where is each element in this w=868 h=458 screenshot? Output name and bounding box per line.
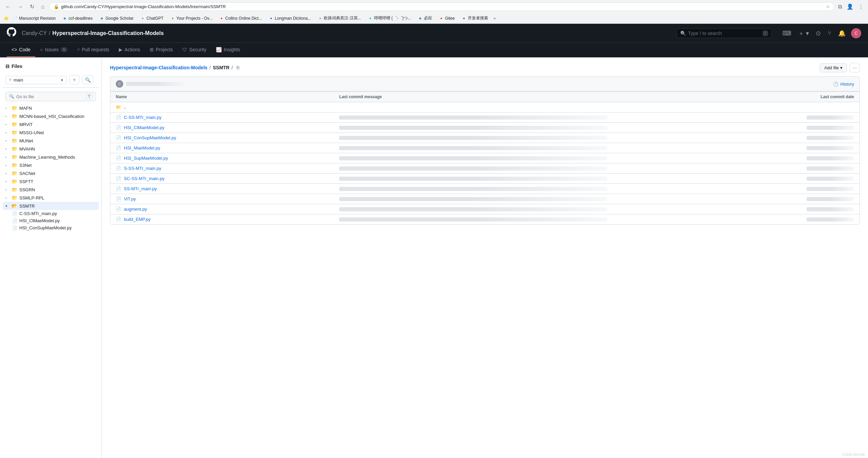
tree-item-ssmtr[interactable]: ▾ 📂 SSMTR: [3, 202, 99, 210]
file-name-text: HSI_ClMaeModel.py: [124, 125, 164, 130]
more-options-icon[interactable]: ⋮: [857, 2, 865, 11]
back-button[interactable]: ←: [3, 2, 13, 11]
breadcrumb-owner[interactable]: Candy-CY: [22, 30, 47, 36]
tree-file-css-mtr[interactable]: 📄 C-SS-MTr_main.py: [10, 210, 99, 217]
github-logo[interactable]: [7, 27, 16, 39]
table-row-parent[interactable]: 📁 ..: [110, 102, 860, 112]
tree-item-ml[interactable]: › 📁 Machine_Learning_Methods: [3, 153, 99, 161]
table-row-sss-mtr[interactable]: 📄 S-SS-MTr_main.py: [110, 163, 860, 174]
file-name-cell[interactable]: 📄 SC-SS-MTr_main.py: [116, 176, 339, 181]
commit-date-cell: [786, 177, 854, 181]
github-search[interactable]: 🔍 /: [677, 29, 772, 38]
bookmark-scholar[interactable]: ◆ Google Scholar: [97, 15, 136, 22]
file-name-cell[interactable]: 📄 HSI_SupMaeModel.py: [116, 156, 339, 161]
pr-icon[interactable]: ⑂: [826, 28, 833, 38]
browser-toolbar: ← → ↻ ⌂ 🔒 ☆ ⧉ 👤 ⋮: [0, 0, 868, 13]
history-button[interactable]: 🕐 History: [833, 82, 854, 87]
bookmark-gitee[interactable]: ● Gitee: [436, 15, 458, 22]
file-name-cell[interactable]: 📁 ..: [116, 105, 339, 110]
table-row-sc-ss-mtr[interactable]: 📄 SC-SS-MTr_main.py: [110, 174, 860, 184]
table-row-augment[interactable]: 📄 augment.py: [110, 204, 860, 214]
tree-item-munet[interactable]: › 📁 MUNet: [3, 137, 99, 145]
bookmark-bing[interactable]: ◆ 必应: [415, 14, 435, 22]
address-bar[interactable]: 🔒 ☆: [49, 2, 834, 11]
reload-button[interactable]: ↻: [28, 2, 36, 11]
bookmark-devsearch[interactable]: ● 开发者搜索: [459, 14, 491, 22]
file-name-cell[interactable]: 📄 HSI_MaeModel.py: [116, 145, 339, 151]
table-row-hsi-supmae[interactable]: 📄 HSI_SupMaeModel.py: [110, 153, 860, 163]
table-row-build-emp[interactable]: 📄 build_EMP.py: [110, 214, 860, 224]
go-to-file-container[interactable]: 🔍 T: [5, 92, 96, 101]
chevron-right-icon: ›: [5, 114, 10, 118]
nav-pullrequests[interactable]: ⑂ Pull requests: [72, 43, 114, 57]
tree-item-ssmlp[interactable]: › 📁 SSMLP-RPL: [3, 194, 99, 202]
table-row-css-mtr[interactable]: 📄 C-SS-MTr_main.py: [110, 112, 860, 123]
nav-issues[interactable]: ○ Issues 5: [35, 43, 72, 57]
table-row-hsi-mae[interactable]: 📄 HSI_MaeModel.py: [110, 143, 860, 153]
nav-security[interactable]: 🛡 Security: [178, 43, 211, 57]
more-actions-button[interactable]: ···: [850, 63, 860, 72]
bookmark-label: Google Scholar: [106, 16, 134, 21]
tree-file-hsi-con[interactable]: 📄 HSI_ConSupMaeModel.py: [10, 224, 99, 231]
file-name-cell[interactable]: 📄 ViT.py: [116, 196, 339, 201]
table-row-hsi-cl[interactable]: 📄 HSI_ClMaeModel.py: [110, 123, 860, 133]
nav-code[interactable]: <> Code: [7, 43, 35, 57]
bookmark-favicon: ◆: [62, 16, 67, 21]
add-file-sidebar-button[interactable]: ＋: [69, 75, 79, 85]
tree-item-mssg[interactable]: › 📁 MSSG-UNet: [3, 128, 99, 137]
tree-file-hsi-cl[interactable]: 📄 HSI_ClMaeModel.py: [10, 217, 99, 224]
bookmark-bilibili[interactable]: ● 哔哩哔哩 (゜-゜)つ...: [365, 14, 414, 22]
file-name-cell[interactable]: 📄 S-SS-MTr_main.py: [116, 166, 339, 171]
terminal-icon[interactable]: ⌨: [781, 28, 793, 38]
add-file-button[interactable]: Add file ▾: [820, 63, 847, 72]
file-name-cell[interactable]: 📄 C-SS-MTr_main.py: [116, 115, 339, 120]
file-name-cell[interactable]: 📄 HSI_ClMaeModel.py: [116, 125, 339, 130]
file-name-cell[interactable]: 📄 build_EMP.py: [116, 217, 339, 222]
avatar[interactable]: C: [851, 28, 861, 38]
tree-item-ssftt[interactable]: › 📁 SSFTT: [3, 177, 99, 186]
issue-icon[interactable]: ⊙: [814, 28, 822, 38]
forward-button[interactable]: →: [16, 2, 25, 11]
go-to-file-input[interactable]: [16, 94, 84, 99]
tree-item-ssgrn[interactable]: › 📁 SSGRN: [3, 186, 99, 194]
tree-item-mvahn[interactable]: › 📁 MVAHN: [3, 145, 99, 153]
nav-projects[interactable]: ⊞ Projects: [145, 43, 178, 57]
search-sidebar-button[interactable]: 🔍: [82, 75, 93, 84]
path-repo-link[interactable]: Hyperspectral-Image-Classification-Model…: [110, 65, 207, 70]
table-row-vit[interactable]: 📄 ViT.py: [110, 194, 860, 204]
chevron-right-icon: ›: [5, 147, 10, 151]
url-input[interactable]: [61, 4, 824, 9]
more-bookmarks[interactable]: »: [494, 16, 496, 21]
profile-icon[interactable]: 👤: [846, 2, 854, 11]
tree-item-s3net[interactable]: › 📁 S3Net: [3, 161, 99, 169]
bookmark-projects[interactable]: ● Your Projects - Ov...: [168, 15, 215, 22]
tree-item-mrvit[interactable]: › 📁 MRViT: [3, 120, 99, 128]
branch-selector[interactable]: ⑂ main ▾: [5, 76, 67, 84]
tree-item-sacnet[interactable]: › 📁 SACNet: [3, 169, 99, 177]
col-message: Last commit message: [339, 94, 786, 99]
home-button[interactable]: ⌂: [39, 2, 47, 11]
file-name-cell[interactable]: 📄 augment.py: [116, 207, 339, 212]
breadcrumb-repo[interactable]: Hyperspectral-Image-Classification-Model…: [52, 30, 164, 36]
bookmark-ouluci[interactable]: ● 欧路词典英汉·汉英...: [315, 14, 364, 22]
file-name-cell[interactable]: 📄 SS-MTr_main.py: [116, 186, 339, 191]
file-icon: 📄: [12, 218, 17, 223]
bookmark-chatgpt[interactable]: ● ChatGPT: [137, 15, 166, 22]
copy-path-button[interactable]: ⎘: [235, 64, 241, 71]
bookmark-manuscript[interactable]: 📄 Manuscript Revision: [10, 15, 58, 22]
insights-icon: 📈: [216, 47, 222, 52]
tree-item-mafn[interactable]: › 📁 MAFN: [3, 104, 99, 112]
nav-actions[interactable]: ▶ Actions: [114, 43, 145, 57]
table-row-hsi-consup[interactable]: 📄 HSI_ConSupMaeModel.py: [110, 133, 860, 143]
file-name-cell[interactable]: 📄 HSI_ConSupMaeModel.py: [116, 135, 339, 140]
notification-icon[interactable]: 🔔: [837, 28, 847, 38]
bookmark-collins[interactable]: ● Collins Online Dict...: [217, 15, 265, 22]
table-row-ss-mtr[interactable]: 📄 SS-MTr_main.py: [110, 184, 860, 194]
bookmark-longman[interactable]: ● Longman Dictiona...: [266, 15, 314, 22]
tree-item-mcnn[interactable]: › 📁 MCNN-based_HSI_Classification: [3, 112, 99, 120]
extensions-icon[interactable]: ⧉: [837, 2, 843, 11]
search-input[interactable]: [688, 31, 761, 36]
bookmark-ccf[interactable]: ◆ ccf-deadlines: [60, 15, 95, 22]
nav-insights[interactable]: 📈 Insights: [211, 43, 245, 57]
plus-icon[interactable]: ＋ ▾: [797, 28, 810, 39]
